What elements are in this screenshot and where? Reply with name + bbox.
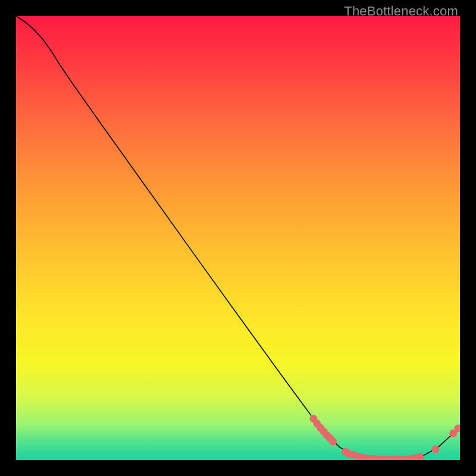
curve-line	[16, 16, 458, 459]
data-marker	[416, 453, 424, 460]
data-marker	[329, 437, 337, 445]
data-marker	[431, 446, 439, 453]
marker-group	[309, 415, 460, 460]
chart-svg	[16, 16, 460, 460]
